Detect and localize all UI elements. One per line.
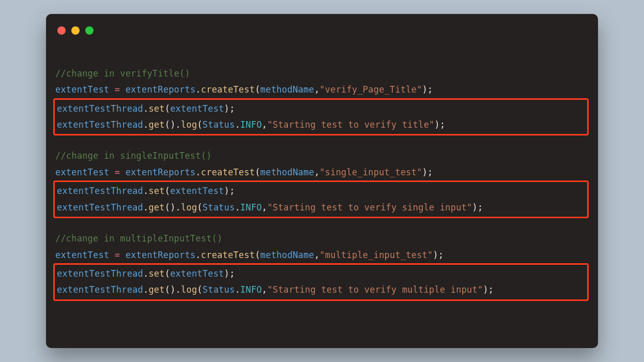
code-token: . — [143, 186, 148, 196]
code-token: ); — [224, 186, 235, 196]
code-token: "Starting test to verify title" — [267, 119, 434, 130]
code-window: //change in verifyTitle() extentTest = e… — [46, 14, 598, 348]
code-token: extentReports — [126, 167, 196, 177]
code-token: . — [195, 250, 201, 260]
code-token: "multiple_input_test" — [319, 250, 433, 260]
highlight-box: extentTestThread.set(extentTest); extent… — [53, 98, 589, 136]
code-token — [120, 167, 125, 177]
code-content: //change in verifyTitle() extentTest = e… — [55, 49, 589, 336]
code-token: ( — [165, 186, 170, 196]
code-token: ); — [435, 119, 446, 130]
code-token: get — [148, 202, 164, 213]
code-token — [120, 250, 125, 260]
code-token: ( — [197, 284, 202, 295]
code-token: Status — [203, 119, 235, 130]
code-block-1: //change in verifyTitle() extentTest = e… — [55, 66, 589, 136]
code-token: , — [314, 250, 319, 260]
code-token: ); — [422, 84, 433, 95]
code-token: extentTest — [170, 186, 224, 196]
code-token: set — [148, 268, 164, 279]
code-token: methodName — [260, 84, 314, 95]
code-token: extentTestThread — [57, 268, 143, 279]
code-token: . — [176, 284, 181, 295]
code-token: get — [148, 284, 164, 295]
code-token: ( — [165, 103, 170, 114]
code-token: extentTest — [170, 103, 224, 114]
code-token: = — [115, 250, 120, 260]
code-token: Status — [203, 284, 235, 295]
code-token: , — [314, 167, 319, 177]
code-token: methodName — [260, 167, 314, 177]
code-token: methodName — [260, 250, 314, 260]
code-token: extentTestThread — [57, 103, 143, 114]
code-token: () — [165, 119, 176, 130]
code-token: log — [181, 284, 197, 295]
code-token: . — [143, 119, 148, 130]
code-token: ); — [483, 284, 494, 295]
code-block-3: //change in multipleInputTest() extentTe… — [55, 231, 589, 301]
code-token: ); — [472, 202, 483, 213]
code-token: extentTestThread — [57, 119, 143, 130]
code-token: extentTestThread — [57, 284, 143, 295]
code-token: INFO — [240, 284, 262, 295]
code-token — [120, 84, 125, 95]
code-token: "Starting test to verify single input" — [267, 202, 472, 213]
code-token: . — [143, 268, 148, 279]
code-token: . — [235, 202, 240, 213]
code-token: . — [176, 119, 181, 130]
code-token: extentTestThread — [57, 186, 143, 196]
code-token: log — [181, 202, 197, 213]
code-token: ( — [255, 167, 260, 177]
code-token — [109, 250, 114, 260]
code-token: createTest — [201, 84, 255, 95]
code-token: , — [262, 119, 267, 130]
code-token: ); — [422, 167, 433, 177]
code-token: . — [143, 103, 148, 114]
code-token: . — [195, 84, 201, 95]
window-titlebar — [55, 26, 589, 35]
code-token: ( — [197, 119, 202, 130]
code-token: . — [176, 202, 181, 213]
code-token: extentTest — [55, 84, 109, 95]
code-block-2: //change in singleInputTest() extentTest… — [55, 148, 589, 218]
code-token: createTest — [201, 167, 255, 177]
code-token: = — [115, 84, 120, 95]
code-token: , — [262, 202, 267, 213]
code-token: extentTest — [170, 268, 224, 279]
code-token — [109, 167, 114, 177]
code-token: , — [314, 84, 319, 95]
code-token: log — [181, 119, 197, 130]
code-token: createTest — [201, 250, 255, 260]
code-token: INFO — [240, 202, 262, 213]
code-token: INFO — [240, 119, 262, 130]
code-token: . — [143, 202, 148, 213]
code-token: extentReports — [126, 84, 196, 95]
comment: //change in verifyTitle() — [55, 68, 190, 79]
code-token: ); — [433, 250, 444, 260]
code-token — [109, 84, 114, 95]
code-token: = — [115, 167, 120, 177]
code-token: "Starting test to verify multiple input" — [267, 284, 483, 295]
code-token: Status — [203, 202, 235, 213]
code-token: extentReports — [126, 250, 196, 260]
comment: //change in singleInputTest() — [55, 150, 212, 161]
maximize-icon — [85, 26, 94, 35]
code-token: get — [148, 119, 164, 130]
code-token: . — [235, 119, 240, 130]
code-token: extentTestThread — [57, 202, 143, 213]
code-token: . — [143, 284, 148, 295]
code-token: "verify_Page_Title" — [319, 84, 422, 95]
code-token: ( — [255, 84, 260, 95]
code-token: ); — [224, 268, 235, 279]
comment: //change in multipleInputTest() — [55, 233, 222, 244]
code-token: ( — [165, 268, 170, 279]
highlight-box: extentTestThread.set(extentTest); extent… — [53, 263, 589, 301]
highlight-box: extentTestThread.set(extentTest); extent… — [53, 180, 589, 218]
code-token: . — [195, 167, 201, 177]
code-token: () — [165, 202, 176, 213]
code-token: , — [262, 284, 267, 295]
close-icon — [57, 26, 66, 35]
code-token: () — [165, 284, 176, 295]
code-token: ( — [255, 250, 260, 260]
code-token: extentTest — [55, 167, 109, 177]
